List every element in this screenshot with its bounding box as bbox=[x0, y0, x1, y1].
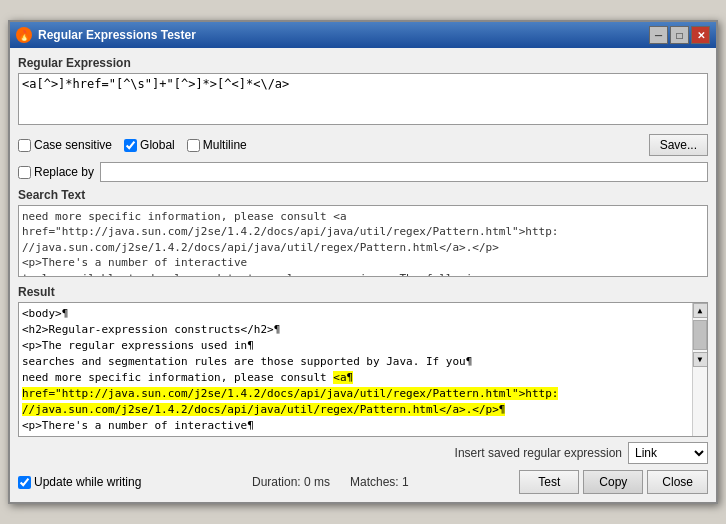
result-line-8: <p>There's a number of interactive¶ bbox=[22, 418, 691, 434]
titlebar: 🔥 Regular Expressions Tester ─ □ ✕ bbox=[10, 22, 716, 48]
result-scrollbar[interactable]: ▲ ▼ bbox=[692, 303, 707, 436]
insert-label: Insert saved regular expression bbox=[455, 446, 622, 460]
copy-button[interactable]: Copy bbox=[583, 470, 643, 494]
maximize-button[interactable]: □ bbox=[670, 26, 689, 44]
result-line-5: need more specific information, please c… bbox=[22, 370, 691, 386]
bottom-insert-row: Insert saved regular expression Link bbox=[18, 442, 708, 464]
result-line-3: <p>The regular expressions used in¶ bbox=[22, 338, 691, 354]
window-title: Regular Expressions Tester bbox=[38, 28, 196, 42]
search-text-area[interactable]: need more specific information, please c… bbox=[18, 205, 708, 277]
search-text-wrapper: need more specific information, please c… bbox=[18, 205, 708, 280]
replace-by-checkbox[interactable] bbox=[18, 166, 31, 179]
result-line-2: <h2>Regular-expression constructs</h2>¶ bbox=[22, 322, 691, 338]
result-area: <body>¶ <h2>Regular-expression construct… bbox=[18, 302, 708, 437]
highlight-middle: href="http://java.sun.com/j2se/1.4.2/doc… bbox=[22, 387, 558, 400]
duration-matches-area: Duration: 0 ms Matches: 1 bbox=[252, 475, 409, 489]
regex-section-label: Regular Expression bbox=[18, 56, 708, 70]
close-button[interactable]: Close bbox=[647, 470, 708, 494]
test-button[interactable]: Test bbox=[519, 470, 579, 494]
result-line-7: //java.sun.com/j2se/1.4.2/docs/api/java/… bbox=[22, 402, 691, 418]
replace-row: Replace by bbox=[18, 162, 708, 182]
status-area: Update while writing bbox=[18, 475, 141, 489]
titlebar-controls: ─ □ ✕ bbox=[649, 26, 710, 44]
action-buttons-row: Update while writing Duration: 0 ms Matc… bbox=[18, 470, 708, 494]
global-checkbox[interactable] bbox=[124, 139, 137, 152]
duration-text: Duration: 0 ms bbox=[252, 475, 330, 489]
global-label: Global bbox=[140, 138, 175, 152]
result-line-1: <body>¶ bbox=[22, 306, 691, 322]
content-area: Regular Expression <a[^>]*href="[^\s"]+"… bbox=[10, 48, 716, 502]
replace-by-label-container: Replace by bbox=[18, 165, 94, 179]
highlight-start: <a¶ bbox=[333, 371, 353, 384]
update-option[interactable]: Update while writing bbox=[18, 475, 141, 489]
result-line-4: searches and segmentation rules are thos… bbox=[22, 354, 691, 370]
multiline-label: Multiline bbox=[203, 138, 247, 152]
result-content: <body>¶ <h2>Regular-expression construct… bbox=[22, 306, 691, 434]
update-while-writing-label: Update while writing bbox=[34, 475, 141, 489]
insert-select[interactable]: Link bbox=[628, 442, 708, 464]
search-section-label: Search Text bbox=[18, 188, 708, 202]
case-sensitive-option[interactable]: Case sensitive bbox=[18, 138, 112, 152]
global-option[interactable]: Global bbox=[124, 138, 175, 152]
case-sensitive-checkbox[interactable] bbox=[18, 139, 31, 152]
replace-input[interactable] bbox=[100, 162, 708, 182]
close-window-button[interactable]: ✕ bbox=[691, 26, 710, 44]
main-window: 🔥 Regular Expressions Tester ─ □ ✕ Regul… bbox=[8, 20, 718, 504]
replace-by-label: Replace by bbox=[34, 165, 94, 179]
highlight-end: //java.sun.com/j2se/1.4.2/docs/api/java/… bbox=[22, 403, 505, 416]
save-button[interactable]: Save... bbox=[649, 134, 708, 156]
options-row: Case sensitive Global Multiline Save... bbox=[18, 134, 708, 156]
app-icon: 🔥 bbox=[16, 27, 32, 43]
multiline-option[interactable]: Multiline bbox=[187, 138, 247, 152]
scrollbar-up-arrow[interactable]: ▲ bbox=[693, 303, 708, 318]
titlebar-left: 🔥 Regular Expressions Tester bbox=[16, 27, 196, 43]
regex-input[interactable]: <a[^>]*href="[^\s"]+"[^>]*>[^<]*<\/a> bbox=[18, 73, 708, 125]
multiline-checkbox[interactable] bbox=[187, 139, 200, 152]
matches-text: Matches: 1 bbox=[350, 475, 409, 489]
minimize-button[interactable]: ─ bbox=[649, 26, 668, 44]
case-sensitive-label: Case sensitive bbox=[34, 138, 112, 152]
result-line-6: href="http://java.sun.com/j2se/1.4.2/doc… bbox=[22, 386, 691, 402]
right-buttons: Test Copy Close bbox=[519, 470, 708, 494]
update-while-writing-checkbox[interactable] bbox=[18, 476, 31, 489]
scrollbar-thumb[interactable] bbox=[693, 320, 707, 350]
result-section-label: Result bbox=[18, 285, 708, 299]
scrollbar-down-arrow[interactable]: ▼ bbox=[693, 352, 708, 367]
